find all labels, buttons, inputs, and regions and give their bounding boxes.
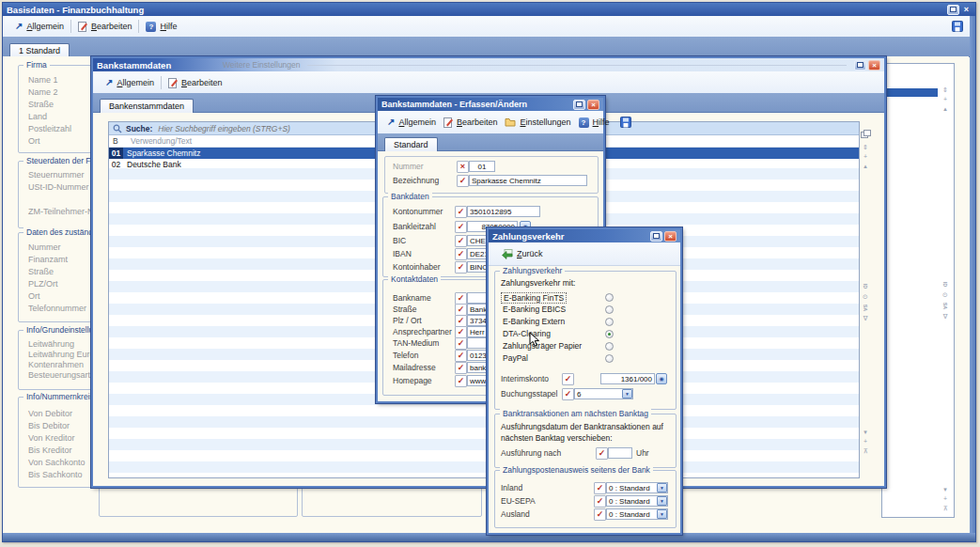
field-label: Land [19,112,94,124]
check-icon[interactable]: ✓ [455,235,467,247]
dropdown-icon[interactable]: ▼ [622,389,632,399]
menu-bearbeiten[interactable]: Bearbeiten [71,19,139,34]
filter-icon[interactable]: ∇ [863,314,868,323]
menu-allgemein[interactable]: ↗ Allgemein [99,76,161,89]
menu-allgemein[interactable]: ↗ Allgemein [383,116,440,129]
id-icon[interactable]: ID [860,284,872,289]
tool-buttons: ID ⊙ SA ∇ [940,278,951,321]
save-button[interactable] [945,19,970,34]
up-icon[interactable]: ▴ [863,162,867,171]
dropdown-icon[interactable]: ▼ [657,509,667,519]
edit-menubar: ↗ Allgemein Bearbeiten Einstellungen ? H… [378,111,603,134]
close-button[interactable]: × [664,231,677,242]
dropdown-icon[interactable]: ▼ [657,496,667,506]
menu-allgemein[interactable]: ↗ Allgemein [8,20,70,33]
tab-1-standard[interactable]: 1 Standard [9,43,70,57]
field-label: Von Kreditor [19,433,94,445]
restore-button[interactable] [650,231,662,242]
sort-icon[interactable]: ⇕ [863,143,868,152]
radio-zahlungstraeger-papier[interactable] [605,342,614,351]
menu-hilfe[interactable]: ? Hilfe [575,116,614,130]
id-icon[interactable]: ID [940,282,952,288]
up-icon[interactable]: ▴ [943,104,947,114]
search-icon[interactable]: ⊙ [863,292,868,302]
ausland-select[interactable]: 0 : Standard ▼ [606,508,668,520]
filter-icon[interactable]: ∇ [943,312,948,321]
buchungsstapel-label: Buchungsstapel [501,389,558,399]
ausfuehrung-input[interactable] [608,447,632,459]
mouse-cursor [529,332,540,348]
radio-paypal[interactable] [605,354,614,363]
check-icon[interactable]: ✓ [455,248,467,260]
save-button[interactable] [614,115,638,130]
check-icon[interactable]: ✓ [594,508,606,521]
check-icon[interactable]: ✓ [455,337,467,350]
option-label[interactable]: DTA-Clearing [501,329,552,338]
column-verwendung-text[interactable]: Verwendung/Text [127,136,192,146]
check-icon[interactable]: ✓ [594,482,606,494]
check-icon[interactable]: ✓ [455,221,467,233]
interimskonto-label: Interimskonto [501,374,549,383]
search-icon[interactable]: ⊙ [942,290,948,300]
option-label[interactable]: E-Banking EBICS [501,305,568,314]
close-button[interactable]: × [868,60,880,70]
menu-hilfe[interactable]: ? Hilfe [139,20,183,34]
copy-button[interactable] [860,130,871,139]
radio-e-banking-extern[interactable] [605,318,614,326]
sa-icon[interactable]: SA [939,303,951,310]
down-icon[interactable]: ▾ [863,428,867,437]
column-b[interactable]: B [109,136,127,146]
check-icon[interactable]: ✓ [455,350,467,362]
payment-toolbar: Zurück [489,242,680,266]
tab-bankenstammdaten[interactable]: Bankenstammdaten [100,99,194,113]
field-label: Bis Sachkonto [19,470,94,482]
radio-e-banking-fints[interactable] [605,293,614,302]
kontonummer-input[interactable]: 3501012895 [467,206,540,217]
tab-standard[interactable]: Standard [384,137,438,151]
inland-select[interactable]: 0 : Standard ▼ [606,482,668,493]
menu-einstellungen[interactable]: Einstellungen [501,116,574,129]
cross-icon[interactable]: × [457,161,469,173]
selected-row[interactable] [883,88,938,97]
restore-button[interactable] [947,5,959,15]
payment-dialog: Zahlungsverkehr × Zurück Zahlungsverkehr… [487,227,682,535]
nummer-input[interactable]: 01 [469,161,495,172]
check-icon[interactable]: ✓ [457,175,469,187]
menu-bearbeiten[interactable]: Bearbeiten [440,115,502,130]
check-icon[interactable]: ✓ [594,495,606,508]
radio-dta-clearing[interactable] [605,330,614,338]
close-button[interactable]: × [961,5,972,14]
dropdown-icon[interactable]: ▼ [657,483,667,492]
bezeichnung-input[interactable]: Sparkasse Chemnitz [469,175,587,186]
check-icon[interactable]: ✓ [562,373,574,385]
option-label[interactable]: E-Banking FinTS [501,292,567,304]
down-icon[interactable]: ▾ [943,485,947,494]
sort-icon[interactable]: ⇕ [942,86,948,95]
interimskonto-input[interactable]: 1361/000 [600,373,655,384]
sa-icon[interactable]: SA [859,305,871,312]
option-label[interactable]: PayPal [501,353,530,363]
check-icon[interactable]: ✓ [596,447,608,460]
add-icon[interactable]: + [863,152,867,162]
add-icon[interactable]: + [863,437,867,446]
check-icon[interactable]: ✓ [455,375,467,387]
check-icon[interactable]: ✓ [455,362,467,374]
restore-button[interactable] [854,60,866,70]
restore-button[interactable] [573,100,585,110]
check-icon[interactable]: ✓ [455,206,467,218]
check-icon[interactable]: ✓ [562,388,574,400]
end-icon[interactable]: ⊼ [863,446,867,456]
menu-bearbeiten[interactable]: Bearbeiten [162,75,229,90]
option-label[interactable]: E-Banking Extern [501,317,567,326]
radio-e-banking-ebics[interactable] [605,305,614,314]
end-icon[interactable]: ⊼ [942,504,947,513]
eu-sepa-select[interactable]: 0 : Standard ▼ [606,495,668,507]
lookup-button[interactable]: ◉ [656,373,667,384]
back-button[interactable]: Zurück [494,247,550,261]
check-icon[interactable]: ✓ [455,261,467,274]
add-icon[interactable]: + [943,494,947,504]
option-label[interactable]: Zahlungsträger Papier [501,341,583,351]
buchungsstapel-select[interactable]: 6 ▼ [574,388,633,399]
close-button[interactable]: × [587,100,599,110]
add-icon[interactable]: + [943,95,947,104]
